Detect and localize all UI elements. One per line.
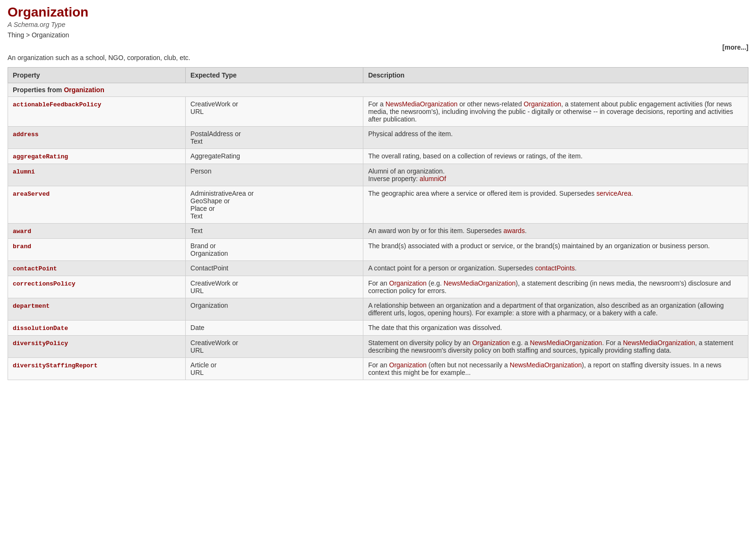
- property-link[interactable]: department: [13, 303, 50, 310]
- type-cell: Date: [186, 321, 363, 336]
- table-row: departmentOrganizationA relationship bet…: [8, 298, 748, 321]
- type-cell: Person: [186, 164, 363, 186]
- type-cell: CreativeWork orURL: [186, 276, 363, 298]
- table-row: alumniPersonAlumni of an organization.In…: [8, 164, 748, 186]
- property-cell: actionableFeedbackPolicy: [8, 97, 186, 127]
- property-link[interactable]: correctionsPolicy: [13, 280, 76, 287]
- description-cell: For a NewsMediaOrganization or other new…: [363, 97, 748, 127]
- table-row: areaServedAdministrativeArea orGeoShape …: [8, 186, 748, 224]
- description-cell: Statement on diversity policy by an Orga…: [363, 336, 748, 358]
- description-cell: The brand(s) associated with a product o…: [363, 239, 748, 261]
- property-link[interactable]: diversityPolicy: [13, 340, 68, 347]
- property-link[interactable]: dissolutionDate: [13, 325, 68, 332]
- type-cell: Brand orOrganization: [186, 239, 363, 261]
- table-row: actionableFeedbackPolicyCreativeWork orU…: [8, 97, 748, 127]
- section-header-label: Properties from: [13, 86, 64, 94]
- property-cell: award: [8, 224, 186, 239]
- property-link[interactable]: award: [13, 228, 31, 235]
- property-cell: areaServed: [8, 186, 186, 224]
- property-link[interactable]: actionableFeedbackPolicy: [13, 101, 101, 108]
- type-cell: Text: [186, 224, 363, 239]
- description-cell: An award won by or for this item. Supers…: [363, 224, 748, 239]
- table-row: diversityPolicyCreativeWork orURLStateme…: [8, 336, 748, 358]
- type-cell: CreativeWork orURL: [186, 336, 363, 358]
- type-cell: Organization: [186, 298, 363, 321]
- property-link[interactable]: areaServed: [13, 191, 50, 198]
- property-cell: address: [8, 127, 186, 149]
- more-link-row: [more...]: [8, 43, 748, 51]
- property-link[interactable]: aggregateRating: [13, 153, 68, 160]
- breadcrumb: Thing > Organization: [8, 31, 748, 39]
- page-title: Organization: [8, 5, 748, 20]
- property-cell: contactPoint: [8, 261, 186, 276]
- type-cell: Article orURL: [186, 358, 363, 380]
- description-cell: The date that this organization was diss…: [363, 321, 748, 336]
- header-property: Property: [8, 68, 186, 83]
- description-cell: The geographic area where a service or o…: [363, 186, 748, 224]
- property-cell: department: [8, 298, 186, 321]
- section-header-row: Properties from Organization: [8, 83, 748, 97]
- table-header-row: Property Expected Type Description: [8, 68, 748, 83]
- table-row: awardTextAn award won by or for this ite…: [8, 224, 748, 239]
- table-row: dissolutionDateDateThe date that this or…: [8, 321, 748, 336]
- property-cell: diversityStaffingReport: [8, 358, 186, 380]
- description-cell: Alumni of an organization.Inverse proper…: [363, 164, 748, 186]
- property-link[interactable]: alumni: [13, 168, 35, 175]
- type-cell: CreativeWork orURL: [186, 97, 363, 127]
- property-cell: brand: [8, 239, 186, 261]
- header-description: Description: [363, 68, 748, 83]
- header-type: Expected Type: [186, 68, 363, 83]
- property-cell: diversityPolicy: [8, 336, 186, 358]
- property-cell: aggregateRating: [8, 149, 186, 164]
- description-cell: For an Organization (often but not neces…: [363, 358, 748, 380]
- section-header-link[interactable]: Organization: [64, 86, 104, 94]
- description-cell: Physical address of the item.: [363, 127, 748, 149]
- type-cell: AdministrativeArea orGeoShape orPlace or…: [186, 186, 363, 224]
- page-description: An organization such as a school, NGO, c…: [8, 54, 748, 61]
- description-cell: A relationship between an organization a…: [363, 298, 748, 321]
- property-link[interactable]: diversityStaffingReport: [13, 362, 97, 369]
- property-cell: alumni: [8, 164, 186, 186]
- section-header-cell: Properties from Organization: [8, 83, 748, 97]
- property-link[interactable]: address: [13, 131, 39, 138]
- property-link[interactable]: brand: [13, 243, 31, 250]
- description-cell: The overall rating, based on a collectio…: [363, 149, 748, 164]
- type-cell: ContactPoint: [186, 261, 363, 276]
- type-cell: AggregateRating: [186, 149, 363, 164]
- table-row: brandBrand orOrganizationThe brand(s) as…: [8, 239, 748, 261]
- page-subtitle: A Schema.org Type: [8, 21, 748, 28]
- table-row: aggregateRatingAggregateRatingThe overal…: [8, 149, 748, 164]
- description-cell: A contact point for a person or organiza…: [363, 261, 748, 276]
- property-cell: correctionsPolicy: [8, 276, 186, 298]
- table-row: correctionsPolicyCreativeWork orURLFor a…: [8, 276, 748, 298]
- description-cell: For an Organization (e.g. NewsMediaOrgan…: [363, 276, 748, 298]
- more-link[interactable]: [more...]: [722, 43, 748, 51]
- property-cell: dissolutionDate: [8, 321, 186, 336]
- table-row: diversityStaffingReportArticle orURLFor …: [8, 358, 748, 380]
- table-row: addressPostalAddress orTextPhysical addr…: [8, 127, 748, 149]
- properties-table: Property Expected Type Description Prope…: [8, 67, 748, 380]
- property-link[interactable]: contactPoint: [13, 265, 57, 272]
- type-cell: PostalAddress orText: [186, 127, 363, 149]
- table-row: contactPointContactPointA contact point …: [8, 261, 748, 276]
